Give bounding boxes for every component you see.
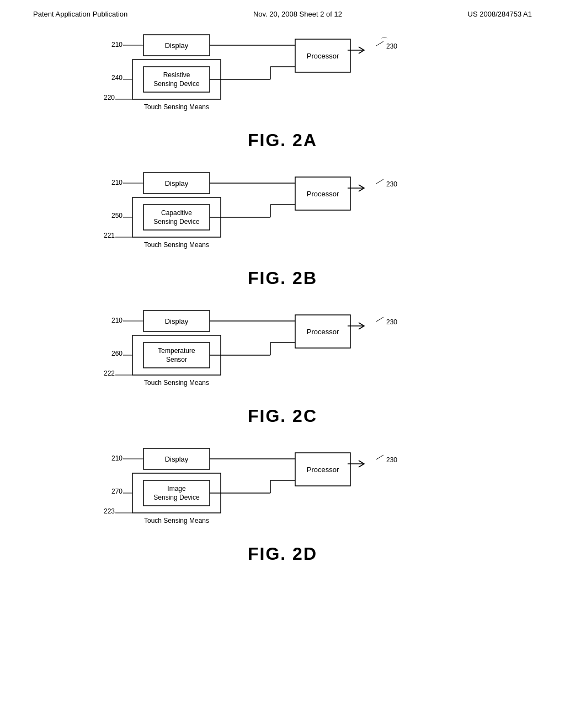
svg-rect-69	[143, 480, 210, 506]
svg-text:250: 250	[111, 212, 122, 220]
svg-text:222: 222	[104, 370, 115, 377]
svg-rect-47	[143, 342, 210, 368]
svg-text:⌒: ⌒	[381, 36, 388, 45]
svg-text:240: 240	[111, 74, 122, 82]
svg-text:230: 230	[386, 456, 397, 464]
svg-text:Image: Image	[167, 485, 186, 493]
svg-text:210: 210	[111, 179, 122, 186]
svg-line-44	[376, 179, 383, 184]
svg-text:230: 230	[386, 318, 397, 326]
figure-2c-svg: Display Temperature Sensor Processor 210…	[77, 305, 397, 402]
svg-text:Touch Sensing Means: Touch Sensing Means	[144, 517, 209, 524]
figure-2a-svg: Display Resistive Sensing Device Process…	[77, 29, 397, 126]
svg-text:210: 210	[111, 454, 122, 462]
svg-text:Touch Sensing Means: Touch Sensing Means	[144, 241, 209, 249]
svg-text:Sensor: Sensor	[166, 356, 187, 363]
svg-text:Display: Display	[165, 41, 189, 50]
svg-text:Capacitive: Capacitive	[161, 209, 192, 217]
svg-text:220: 220	[104, 94, 115, 101]
svg-text:Display: Display	[165, 179, 189, 188]
svg-text:260: 260	[111, 350, 122, 357]
fig-2b-label: FIG. 2B	[44, 268, 521, 288]
svg-text:Touch Sensing Means: Touch Sensing Means	[144, 103, 209, 111]
svg-text:Processor: Processor	[307, 465, 339, 474]
svg-text:Display: Display	[165, 455, 189, 463]
svg-text:Processor: Processor	[307, 52, 339, 60]
svg-text:210: 210	[111, 41, 122, 49]
svg-rect-2	[143, 67, 210, 92]
svg-text:223: 223	[104, 507, 115, 515]
svg-text:Display: Display	[165, 317, 189, 325]
svg-text:230: 230	[386, 180, 397, 188]
svg-text:Touch Sensing Means: Touch Sensing Means	[144, 379, 209, 387]
figure-2d-svg: Display Image Sensing Device Processor 2…	[77, 443, 397, 539]
svg-text:221: 221	[104, 232, 115, 239]
header-right: US 2008/284753 A1	[468, 10, 532, 18]
main-content: Display Resistive Sensing Device Process…	[0, 24, 565, 592]
figure-2d: Display Image Sensing Device Processor 2…	[44, 443, 521, 564]
figure-2a: Display Resistive Sensing Device Process…	[44, 29, 521, 151]
fig-2a-label: FIG. 2A	[44, 130, 521, 151]
page-header: Patent Application Publication Nov. 20, …	[0, 0, 565, 24]
header-left: Patent Application Publication	[33, 10, 127, 18]
svg-rect-25	[143, 205, 210, 230]
figure-2b-svg: Display Capacitive Sensing Device Proces…	[77, 167, 397, 264]
svg-line-66	[376, 317, 383, 322]
svg-text:Processor: Processor	[307, 328, 339, 336]
header-center: Nov. 20, 2008 Sheet 2 of 12	[253, 10, 342, 18]
svg-text:Temperature: Temperature	[158, 347, 195, 355]
svg-text:Processor: Processor	[307, 190, 339, 198]
svg-text:270: 270	[111, 488, 122, 495]
fig-2c-label: FIG. 2C	[44, 406, 521, 426]
svg-text:210: 210	[111, 317, 122, 324]
svg-text:230: 230	[386, 42, 397, 50]
svg-text:Sensing  Device: Sensing Device	[153, 80, 200, 88]
svg-text:Resistive: Resistive	[163, 71, 190, 79]
fig-2d-label: FIG. 2D	[44, 544, 521, 564]
svg-text:Sensing  Device: Sensing Device	[153, 218, 200, 226]
figure-2c: Display Temperature Sensor Processor 210…	[44, 305, 521, 426]
svg-text:Sensing  Device: Sensing Device	[153, 494, 200, 501]
svg-line-88	[376, 455, 383, 459]
figure-2b: Display Capacitive Sensing Device Proces…	[44, 167, 521, 288]
